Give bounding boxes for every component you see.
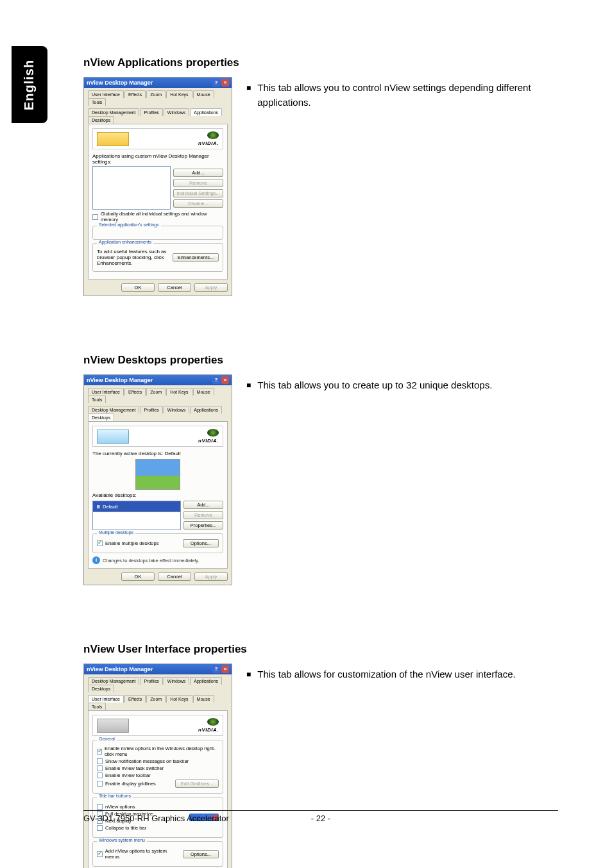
banner: nVIDIA. — [92, 715, 223, 736]
tab-mouse[interactable]: Mouse — [193, 695, 214, 703]
opt4-checkbox[interactable]: Enable nView toolbar — [97, 772, 219, 778]
dialog-titlebar: nView Desktop Manager ? × — [84, 664, 232, 674]
tab-desktops[interactable]: Desktops — [88, 685, 114, 692]
ok-button[interactable]: OK — [121, 572, 155, 581]
help-icon[interactable]: ? — [212, 665, 220, 673]
tab-windows[interactable]: Windows — [164, 677, 189, 685]
tab-row-2: User Interface Effects Zoom Hot Keys Mou… — [84, 692, 232, 710]
tab-row-1: Desktop Management Profiles Windows Appl… — [84, 674, 232, 692]
tab-hot-keys[interactable]: Hot Keys — [166, 388, 192, 396]
available-desktops-listbox[interactable]: 🖥 Default — [92, 501, 181, 512]
desktops-desc: This tab allows you to create up to 32 u… — [257, 378, 492, 393]
cancel-button[interactable]: Cancel — [158, 283, 191, 292]
dialog-applications: nView Desktop Manager ? × User Interface… — [83, 77, 232, 296]
global-disable-input[interactable] — [92, 214, 98, 220]
footer-left: GV-3D1-7950-RH Graphics Accelerator — [83, 814, 229, 823]
language-tab: English — [12, 46, 47, 123]
tab-applications[interactable]: Applications — [190, 677, 222, 685]
tb1-checkbox[interactable]: nView options — [97, 804, 187, 810]
tab-row-1: User Interface Effects Zoom Hot Keys Mou… — [84, 385, 232, 403]
tab-zoom[interactable]: Zoom — [146, 388, 166, 396]
ui-desc: This tab allows for customization of the… — [257, 667, 515, 682]
tab-tools[interactable]: Tools — [88, 703, 106, 710]
opt3-checkbox[interactable]: Enable nView task switcher — [97, 765, 219, 771]
tab-profiles[interactable]: Profiles — [140, 406, 162, 413]
add-button[interactable]: Add... — [183, 501, 223, 509]
tab-effects[interactable]: Effects — [124, 695, 146, 703]
tb4-checkbox[interactable]: Collapse to title bar — [97, 825, 187, 831]
tab-windows[interactable]: Windows — [164, 108, 189, 116]
help-icon[interactable]: ? — [212, 376, 220, 384]
sysmenu-checkbox[interactable]: Add nView options to system menus — [97, 848, 180, 860]
enable-multiple-input[interactable] — [97, 540, 103, 546]
dialog-title-text: nView Desktop Manager — [87, 377, 153, 383]
sysmenu-group-title: Windows system menu — [97, 838, 147, 842]
global-disable-label: Globally disable all individual settings… — [101, 211, 223, 222]
options-button[interactable]: Options... — [183, 850, 219, 858]
tab-zoom[interactable]: Zoom — [146, 695, 166, 703]
banner-icon — [97, 132, 129, 146]
global-disable-checkbox[interactable]: Globally disable all individual settings… — [92, 211, 223, 222]
tab-desktop-mgmt[interactable]: Desktop Management — [88, 677, 139, 685]
info-icon: i — [92, 556, 100, 564]
close-icon[interactable]: × — [221, 665, 229, 673]
tab-desktops[interactable]: Desktops — [88, 116, 114, 124]
tab-hot-keys[interactable]: Hot Keys — [166, 695, 192, 703]
tab-user-interface[interactable]: User Interface — [88, 388, 124, 396]
page-content: nView Applications properties nView Desk… — [83, 56, 584, 868]
available-label: Available desktops: — [92, 492, 223, 498]
enhancements-button[interactable]: Enhancements... — [173, 253, 219, 262]
dialog-title-text: nView Desktop Manager — [87, 79, 153, 86]
tab-windows[interactable]: Windows — [164, 406, 189, 413]
tab-effects[interactable]: Effects — [124, 90, 146, 98]
remove-button: Remove — [173, 179, 223, 187]
tab-applications[interactable]: Applications — [190, 406, 222, 413]
tab-mouse[interactable]: Mouse — [193, 90, 214, 98]
add-button[interactable]: Add... — [173, 169, 223, 177]
tab-profiles[interactable]: Profiles — [140, 108, 162, 116]
section-applications: nView Applications properties nView Desk… — [83, 56, 584, 296]
tab-row-1: User Interface Effects Zoom Hot Keys Mou… — [84, 88, 232, 106]
tab-profiles[interactable]: Profiles — [140, 677, 162, 685]
tab-effects[interactable]: Effects — [124, 388, 146, 396]
bullet-icon: ■ — [246, 81, 251, 96]
tab-hot-keys[interactable]: Hot Keys — [166, 90, 192, 98]
properties-button[interactable]: Properties... — [183, 521, 223, 530]
disable-button: Disable... — [173, 199, 223, 208]
enhancements-group-title: Application enhancements — [97, 240, 153, 244]
tab-applications[interactable]: Applications — [190, 108, 222, 116]
options-button[interactable]: Options... — [183, 539, 219, 547]
close-icon[interactable]: × — [221, 376, 229, 384]
enable-multiple-checkbox[interactable]: Enable multiple desktops — [97, 540, 180, 546]
dialog-title-text: nView Desktop Manager — [87, 666, 153, 672]
ok-button[interactable]: OK — [121, 283, 155, 292]
tab-row-2: Desktop Management Profiles Windows Appl… — [84, 403, 232, 421]
tab-tools[interactable]: Tools — [88, 396, 106, 403]
dialog-ui: nView Desktop Manager ? × Desktop Manage… — [83, 664, 232, 868]
opt1-checkbox[interactable]: Enable nView options in the Windows desk… — [97, 746, 219, 757]
banner: nVIDIA. — [92, 426, 223, 447]
tab-user-interface[interactable]: User Interface — [88, 90, 124, 98]
opt2-checkbox[interactable]: Show notification messages on taskbar — [97, 758, 219, 764]
tab-user-interface[interactable]: User Interface — [88, 695, 124, 703]
apps-desc: This tab allows you to control nView set… — [257, 81, 584, 110]
apps-listbox[interactable] — [92, 166, 171, 210]
page-footer: GV-3D1-7950-RH Graphics Accelerator - 22… — [83, 810, 558, 823]
bullet-icon: ■ — [246, 667, 251, 682]
tab-zoom[interactable]: Zoom — [146, 90, 166, 98]
heading-applications: nView Applications properties — [83, 56, 584, 69]
banner-icon — [97, 430, 129, 444]
selected-app-group-title: Selected application's settings — [97, 222, 161, 227]
tab-desktop-mgmt[interactable]: Desktop Management — [88, 108, 139, 116]
dialog-desktops: nView Desktop Manager ? × User Interface… — [83, 374, 232, 585]
help-icon[interactable]: ? — [212, 79, 220, 87]
language-label: English — [22, 59, 37, 110]
tab-mouse[interactable]: Mouse — [193, 388, 214, 396]
tab-desktops[interactable]: Desktops — [88, 413, 114, 421]
tab-tools[interactable]: Tools — [88, 98, 106, 106]
tab-desktop-mgmt[interactable]: Desktop Management — [88, 406, 139, 413]
cancel-button[interactable]: Cancel — [158, 572, 191, 581]
enable-multiple-label: Enable multiple desktops — [105, 540, 158, 546]
close-icon[interactable]: × — [221, 79, 229, 87]
opt5-checkbox[interactable]: Enable display gridlines — [97, 781, 173, 787]
